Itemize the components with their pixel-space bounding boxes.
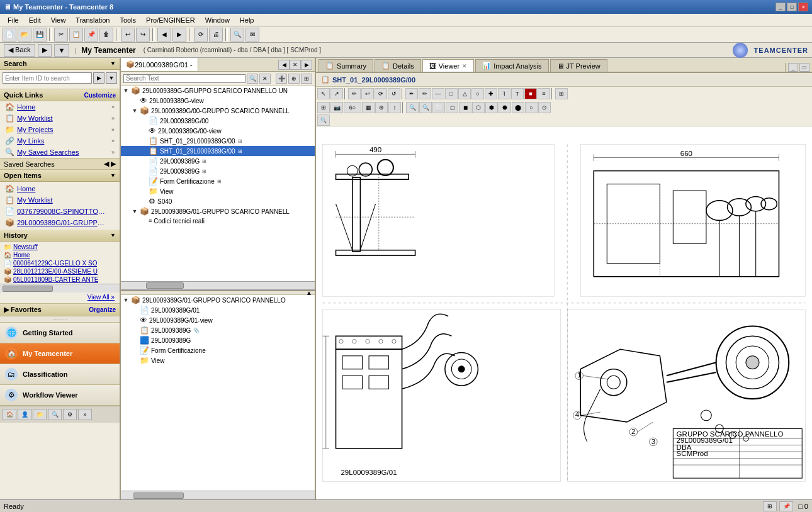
tree-item-g00[interactable]: ▼ 📦 29L0009389G/00-GRUPPO SCARICO PANNEL… <box>121 106 315 116</box>
copy-button[interactable]: 📋 <box>69 28 83 42</box>
tree2-doc[interactable]: 📄 29L0009389G/01 <box>121 305 315 315</box>
send-button[interactable]: ✉ <box>245 28 259 42</box>
search-id-button[interactable]: ▶ <box>93 72 104 84</box>
history-carter[interactable]: 📦 05L0011809B-CARTER ANTE <box>0 275 120 284</box>
redo-button[interactable]: ↪ <box>136 28 150 42</box>
nav-classification[interactable]: 🗂 Classification <box>0 364 120 385</box>
tree-item-form-cert[interactable]: 📝 Form Certificazione ⊞ <box>121 176 315 186</box>
favorites-header[interactable]: ▶ Favorites Organize <box>0 303 120 316</box>
undo-button[interactable]: ↩ <box>121 28 135 42</box>
vt-rect[interactable]: □ <box>445 88 458 99</box>
refresh-button[interactable]: ⟳ <box>194 28 208 42</box>
expand-root[interactable]: ▼ <box>122 87 130 94</box>
vt-undo[interactable]: ↩ <box>361 88 374 99</box>
open-item-home[interactable]: 🏠 Home <box>0 183 120 194</box>
bottom-nav-btn1[interactable]: 🏠 <box>3 409 16 420</box>
search-id-dropdown[interactable]: ▼ <box>106 72 117 84</box>
tree-item-sht00[interactable]: 📋 SHT_01_29L0009389G/00 ⊞ <box>121 136 315 146</box>
maximize-button[interactable]: □ <box>787 3 797 11</box>
tree-tab-scroll-left[interactable]: ◀ <box>278 60 290 70</box>
print-button[interactable]: 🖨 <box>209 28 223 42</box>
vt-fitwin[interactable]: ⊞ <box>317 102 330 113</box>
tree2-viewfolder[interactable]: 📁 View <box>121 355 315 365</box>
expand-g01[interactable]: ▼ <box>131 208 138 215</box>
vt-select[interactable]: ↖ <box>317 88 330 99</box>
new-button[interactable]: 📄 <box>3 28 16 42</box>
forward-button[interactable]: ▶ <box>172 28 186 42</box>
vt-hex2[interactable]: ⬢ <box>485 102 498 113</box>
vt-circ3[interactable]: ⊙ <box>538 102 551 113</box>
nav-getting-started[interactable]: 🌐 Getting Started <box>0 323 120 343</box>
vt-markup[interactable]: ⬜ <box>432 102 445 113</box>
history-scroll-thumb[interactable] <box>3 286 53 292</box>
vt-zoomfit[interactable]: ↕ <box>388 102 401 113</box>
menu-proengineer[interactable]: Pro/ENGINEER <box>141 15 200 25</box>
vt-fill[interactable]: ■ <box>524 88 537 99</box>
vt-triangle[interactable]: △ <box>458 88 471 99</box>
menu-view[interactable]: View <box>46 15 71 25</box>
vt-plus[interactable]: ✚ <box>485 88 497 99</box>
tree-upper-scrollbar[interactable] <box>121 281 315 290</box>
menu-file[interactable]: File <box>3 15 24 25</box>
viewer-minimize-btn[interactable]: _ <box>788 63 798 72</box>
vt-zoomin[interactable]: ⊕ <box>375 102 388 113</box>
tree2-cad[interactable]: 🟦 29L0009389G <box>121 335 315 345</box>
quick-link-savedsearches[interactable]: 🔍 My Saved Searches » <box>0 147 120 158</box>
tree-item-view-folder[interactable]: 📁 View <box>121 186 315 196</box>
vt-pen[interactable]: ✒ <box>405 88 418 99</box>
tree2-root[interactable]: ▼ 📦 29L0009389G/01-GRUPPO SCARICO PANNEL… <box>121 295 315 305</box>
close-button[interactable]: ✕ <box>798 3 808 11</box>
tree-item-g-a[interactable]: 📄 29L0009389G ⊞ <box>121 156 315 166</box>
tab-summary[interactable]: 📋 Summary <box>319 59 373 72</box>
quick-link-home[interactable]: 🏠 Home » <box>0 101 120 113</box>
bottom-nav-btn2[interactable]: 👤 <box>18 409 31 420</box>
open-item-worklist[interactable]: 📋 My Worklist <box>0 194 120 206</box>
vt-edit[interactable]: ✏ <box>419 88 431 99</box>
tree2-pdf[interactable]: 📋 29L0009389G 📎 <box>121 325 315 335</box>
expand-g00[interactable]: ▼ <box>131 107 138 114</box>
tree-search-input[interactable] <box>123 74 245 83</box>
vt-zoom-minus[interactable]: 🔍 <box>419 102 432 113</box>
open-item-spinotto[interactable]: 📄 0376799008C-SPINOTTO 10. <box>0 206 120 217</box>
view-all-link[interactable]: View All » <box>87 294 115 301</box>
tree-upper-scroll-thumb[interactable] <box>146 282 184 289</box>
save-button[interactable]: 💾 <box>33 28 47 42</box>
menu-translation[interactable]: Translation <box>70 15 115 25</box>
bottom-nav-btn4[interactable]: 🔍 <box>48 409 62 420</box>
history-header[interactable]: History ▼ <box>0 230 120 242</box>
quick-link-mylinks[interactable]: 🔗 My Links » <box>0 135 120 147</box>
vt-grid[interactable]: ⊞ <box>555 88 568 99</box>
search-toolbar-button[interactable]: 🔍 <box>230 28 244 42</box>
bottom-nav-btn5[interactable]: ⚙ <box>63 409 77 420</box>
menu-edit[interactable]: Edit <box>24 15 46 25</box>
vt-line[interactable]: — <box>432 88 444 99</box>
tree-item-sht01-selected[interactable]: 📋 SHT_01_29L0009389G/00 ⊞ <box>121 146 315 156</box>
cut-button[interactable]: ✂ <box>54 28 68 42</box>
tab-impact-analysis[interactable]: 📊 Impact Analysis <box>475 59 548 72</box>
open-button[interactable]: 📂 <box>18 28 31 42</box>
vt-fill2[interactable]: ◼ <box>459 102 471 113</box>
tab-viewer[interactable]: 🖼 Viewer ✕ <box>422 59 474 72</box>
status-btn2[interactable]: 📌 <box>779 501 793 511</box>
vt-text[interactable]: T <box>511 88 524 99</box>
vt-camera[interactable]: 📷 <box>330 102 343 113</box>
tree-item-s040[interactable]: ⚙ S040 <box>121 196 315 206</box>
tree-tab-main[interactable]: 📦 29L0009389G/01 - <box>121 58 198 71</box>
tree-expand-btn[interactable]: ⊞ <box>301 74 312 84</box>
back-nav-button[interactable]: ◀ Back <box>4 44 35 57</box>
tree-item-view1[interactable]: 👁 29L0009389G-view <box>121 96 315 106</box>
menu-window[interactable]: Window <box>200 15 235 25</box>
tree-lower-scroll-thumb[interactable] <box>133 493 184 499</box>
tree-item-root[interactable]: ▼ 📦 29L0009389G-GRUPPO SCARICO PANNELLO … <box>121 86 315 96</box>
paste-button[interactable]: 📌 <box>84 28 98 42</box>
vt-zoom-level[interactable]: 6○ <box>344 102 361 113</box>
search-section-header[interactable]: Search ▼ <box>0 58 120 70</box>
history-assieme[interactable]: 📦 28L0012123E/00-ASSIEME U <box>0 267 120 275</box>
open-items-header[interactable]: Open Items ▼ <box>0 170 120 182</box>
vt-wave[interactable]: ⌇ <box>498 88 510 99</box>
vt-hex1[interactable]: ⬡ <box>472 102 485 113</box>
quick-link-projects[interactable]: 📁 My Projects » <box>0 124 120 135</box>
vt-redo[interactable]: ⟳ <box>375 88 387 99</box>
tree-add-btn[interactable]: ➕ <box>276 74 287 84</box>
bottom-nav-btn6[interactable]: » <box>78 409 92 420</box>
